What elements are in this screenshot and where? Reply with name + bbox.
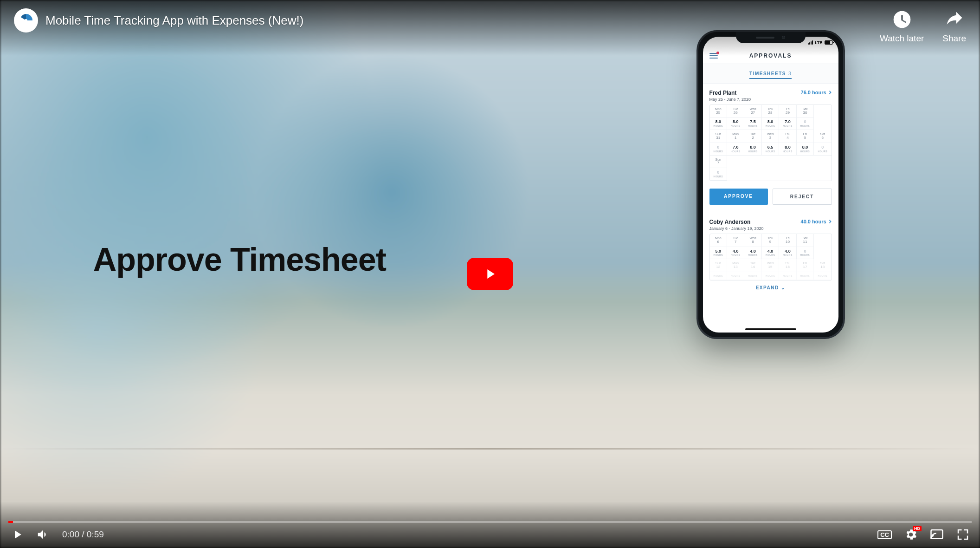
phone-mockup: LTE APPROVALS TIMESHEETS 3 Fred PlantMay… [696,30,845,339]
total-hours-link[interactable]: 40.0 hours [801,219,832,224]
tab-bar: TIMESHEETS 3 [703,64,838,84]
app-title: APPROVALS [749,52,792,59]
fullscreen-button[interactable] [956,528,970,541]
tab-count: 3 [788,71,792,76]
timesheet-card: Fred PlantMay 25 - June 7, 202076.0 hour… [703,84,838,205]
video-player[interactable]: Approve Timesheet LTE APPROVALS [0,0,980,548]
volume-control[interactable] [36,528,50,541]
hd-badge: HD [913,526,922,531]
play-control[interactable] [10,528,24,541]
desk-horizon [0,448,980,450]
channel-avatar[interactable] [14,8,38,33]
play-button[interactable] [467,258,513,290]
watch-later-label: Watch later [880,33,924,44]
menu-icon[interactable] [709,53,718,59]
total-hours-link[interactable]: 76.0 hours [801,90,832,95]
cc-button[interactable]: CC [877,530,892,539]
home-indicator [745,328,796,330]
svg-point-0 [25,19,27,22]
hours-grid: Mon25Tue26Wed27Thu28Fri29Sat308.0HOURS8.… [709,104,832,181]
employee-name: Coby Anderson [709,219,764,225]
date-range: January 6 - January 19, 2020 [709,226,764,231]
phone-screen: LTE APPROVALS TIMESHEETS 3 Fred PlantMay… [703,37,838,333]
watch-later-button[interactable]: Watch later [880,8,924,44]
date-range: May 25 - June 7, 2020 [709,97,751,102]
timesheet-card: Coby AndersonJanuary 6 - January 19, 202… [703,213,838,295]
employee-name: Fred Plant [709,90,751,96]
tab-timesheets[interactable]: TIMESHEETS 3 [749,71,792,79]
video-title[interactable]: Mobile Time Tracking App with Expenses (… [45,13,303,28]
share-label: Share [942,33,966,44]
tab-label: TIMESHEETS [749,71,786,76]
cast-button[interactable] [930,528,944,541]
expand-button[interactable]: EXPAND ⌄ [709,281,832,295]
settings-button[interactable]: HD [904,528,918,541]
hours-grid: Mon6Tue7Wed8Thu9Fri10Sat115.0HOURS4.0HOU… [709,234,832,281]
phone-notch [736,32,806,43]
frame-heading: Approve Timesheet [93,241,386,278]
approve-button[interactable]: APPROVE [709,189,768,205]
share-button[interactable]: Share [942,8,966,44]
reject-button[interactable]: REJECT [773,189,832,205]
svg-point-2 [931,537,933,539]
progress-bar[interactable] [8,521,972,523]
share-icon [943,8,966,31]
clock-icon [891,8,913,31]
time-display: 0:00 / 0:59 [62,529,104,540]
